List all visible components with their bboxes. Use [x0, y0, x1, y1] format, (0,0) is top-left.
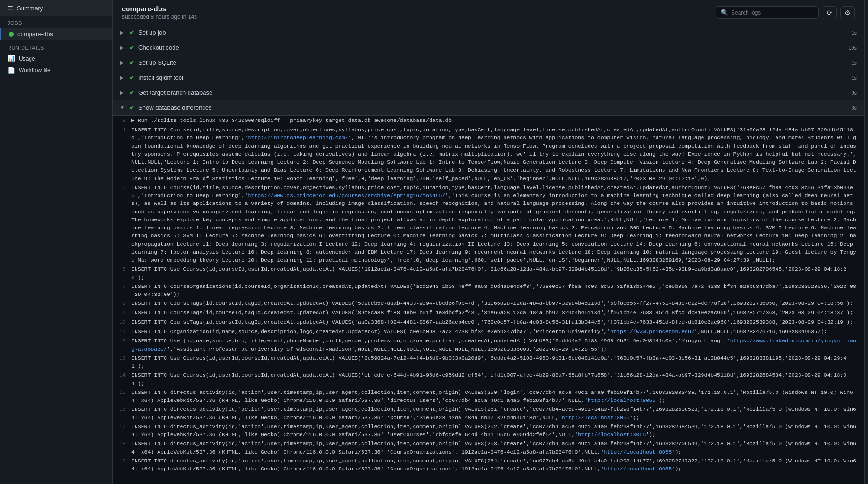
step-check-icon: ✔	[129, 104, 135, 111]
step-chevron-icon: ▶	[120, 90, 126, 95]
log-line: 6INSERT INTO UserCourses(id,courseId,use…	[113, 265, 864, 282]
log-line-text: INSERT INTO directus_activity(id,'action…	[131, 439, 864, 456]
header-left: compare-dbs succeeded 8 hours ago in 14s	[122, 5, 197, 20]
step-check-icon: ✔	[129, 74, 135, 81]
log-line-text: INSERT INTO Course(id,title,source,descr…	[131, 126, 864, 182]
step-name-label: Checkout code	[138, 44, 845, 51]
log-line: 7INSERT INTO CourseOrganizations(id,cour…	[113, 282, 864, 299]
log-line: 15INSERT INTO directus_activity(id,'acti…	[113, 388, 864, 405]
step-check-icon: ✔	[129, 59, 135, 66]
log-line-text: INSERT INTO CourseTags(id,courseId,tagId…	[131, 318, 864, 326]
log-line-text: INSERT INTO CourseTags(id,courseId,tagId…	[131, 309, 864, 317]
log-line: 16INSERT INTO directus_activity(id,'acti…	[113, 405, 864, 422]
step-chevron-icon: ▶	[120, 75, 126, 80]
log-link[interactable]: http://localhost:8055	[562, 415, 630, 421]
log-line-number: 5	[113, 183, 131, 265]
sidebar-workflow-item[interactable]: 📄 Workflow file	[0, 64, 112, 76]
steps-container: ▶ ✔ Set up job 1s ▶ ✔ Checkout code 10s …	[113, 25, 864, 116]
step-row[interactable]: ▼ ✔ Show database differences 0s	[113, 100, 864, 115]
log-line-text: INSERT INTO UserCourses(id,userId,course…	[131, 354, 864, 371]
step-row[interactable]: ▶ ✔ Checkout code 10s	[113, 40, 864, 55]
log-line-number: 15	[113, 388, 131, 405]
log-line-number: 4	[113, 126, 131, 182]
step-chevron-icon: ▶	[120, 45, 126, 50]
step-check-icon: ✔	[129, 44, 135, 51]
sidebar-usage-item[interactable]: 📊 Usage	[0, 53, 112, 64]
log-line-number: 16	[113, 405, 131, 422]
step-time-label: 0s	[851, 105, 857, 111]
log-line-number: 11	[113, 327, 131, 336]
search-logs-box[interactable]: 🔍	[716, 6, 819, 19]
log-line-text: INSERT INTO CourseOrganizations(id,cours…	[131, 282, 864, 299]
step-row[interactable]: ▶ ✔ Set up job 1s	[113, 25, 864, 40]
log-line-text: ▶ Run ./sqlite-tools-linux-x86-3420000/s…	[131, 116, 864, 125]
log-link[interactable]: http://localhost:8055	[578, 431, 646, 438]
log-line: 17INSERT INTO directus_activity(id,'acti…	[113, 422, 864, 439]
log-line-text: INSERT INTO CourseTags(id,courseId,tagId…	[131, 299, 864, 308]
step-row[interactable]: ▶ ✔ Get target branch database 0s	[113, 85, 864, 100]
log-line-number: 17	[113, 423, 131, 439]
search-logs-input[interactable]	[731, 9, 814, 16]
log-line: 9INSERT INTO CourseTags(id,courseId,tagI…	[113, 308, 864, 318]
log-line-number: 18	[113, 439, 131, 456]
log-line-text: INSERT INTO directus_activity(id,'action…	[131, 423, 864, 439]
log-line-number: 12	[113, 337, 131, 353]
sidebar-job-label: compare-dbs	[17, 30, 53, 38]
header: compare-dbs succeeded 8 hours ago in 14s…	[113, 0, 864, 25]
refresh-button[interactable]: ⟳	[823, 6, 837, 19]
step-name-label: Set up SQLite	[138, 59, 847, 66]
log-line-number: 7	[113, 282, 131, 299]
log-link[interactable]: https://www.cs.princeton.edu/courses/arc…	[248, 192, 445, 198]
log-line-number: 13	[113, 354, 131, 371]
log-link[interactable]: http://introtodeeplearning.com/	[248, 135, 348, 141]
step-check-icon: ✔	[129, 89, 135, 96]
log-line-text: INSERT INTO Organization(id,name,source,…	[131, 327, 864, 336]
log-line: 13INSERT INTO UserCourses(id,userId,cour…	[113, 354, 864, 371]
log-link[interactable]: http://localhost:8055	[604, 449, 672, 455]
log-line-text: INSERT INTO directus_activity(id,'action…	[131, 457, 864, 473]
log-content[interactable]: 3▶ Run ./sqlite-tools-linux-x86-3420000/…	[113, 116, 864, 484]
log-line: 12INSERT INTO User(id,name,source,bio,ti…	[113, 336, 864, 354]
step-time-label: 0s	[851, 90, 857, 96]
log-line-number: 6	[113, 265, 131, 281]
step-chevron-icon: ▶	[120, 60, 126, 65]
sidebar: ☰ Summary Jobs compare-dbs Run details 📊…	[0, 0, 113, 484]
step-time-label: 10s	[848, 45, 857, 51]
sidebar-summary-item[interactable]: ☰ Summary	[0, 0, 112, 16]
log-line-text: INSERT INTO User(id,name,source,bio,titl…	[131, 337, 864, 353]
log-link[interactable]: https://www.princeton.edu/	[610, 328, 694, 334]
log-line-text: INSERT INTO directus_activity(id,'action…	[131, 405, 864, 422]
step-name-label: Set up job	[138, 29, 847, 36]
step-time-label: 1s	[851, 30, 857, 36]
log-line-text: INSERT INTO Course(id,title,source,descr…	[131, 183, 864, 265]
log-line-number: 9	[113, 309, 131, 317]
jobs-section-label: Jobs	[0, 16, 112, 28]
log-line-text: INSERT INTO UserCourses(id,userId,course…	[131, 371, 864, 387]
log-line: 3▶ Run ./sqlite-tools-linux-x86-3420000/…	[113, 116, 864, 125]
step-chevron-icon: ▶	[120, 30, 126, 35]
header-subtitle: succeeded 8 hours ago in 14s	[122, 14, 197, 20]
right-scrollbar-border	[864, 0, 868, 484]
log-line: 14INSERT INTO UserCourses(id,userId,cour…	[113, 371, 864, 388]
settings-button[interactable]: ⚙	[840, 6, 855, 19]
log-line: 4INSERT INTO Course(id,title,source,desc…	[113, 125, 864, 183]
log-link[interactable]: http://localhost:8055	[604, 466, 672, 472]
log-link[interactable]: http://localhost:8055	[588, 397, 656, 403]
usage-icon: 📊	[8, 55, 15, 62]
log-line: 10INSERT INTO CourseTags(id,courseId,tag…	[113, 318, 864, 327]
summary-icon: ☰	[8, 5, 13, 12]
log-line: 8INSERT INTO CourseTags(id,courseId,tagI…	[113, 299, 864, 308]
step-chevron-icon: ▼	[120, 105, 126, 110]
log-line: 19INSERT INTO directus_activity(id,'acti…	[113, 456, 864, 474]
step-check-icon: ✔	[129, 29, 135, 36]
sidebar-job-item[interactable]: compare-dbs	[0, 28, 112, 40]
step-name-label: Show database differences	[138, 104, 847, 111]
log-line-number: 19	[113, 457, 131, 473]
step-row[interactable]: ▶ ✔ Set up SQLite 1s	[113, 55, 864, 70]
workflow-icon: 📄	[8, 67, 15, 74]
step-row[interactable]: ▶ ✔ Install sqldiff tool 1s	[113, 70, 864, 85]
main-content: compare-dbs succeeded 8 hours ago in 14s…	[113, 0, 864, 484]
log-link[interactable]: https://www.linkedin.com/in/yingyu-liang…	[131, 338, 856, 352]
step-time-label: 1s	[851, 75, 857, 81]
header-right: 🔍 ⟳ ⚙	[716, 6, 855, 19]
